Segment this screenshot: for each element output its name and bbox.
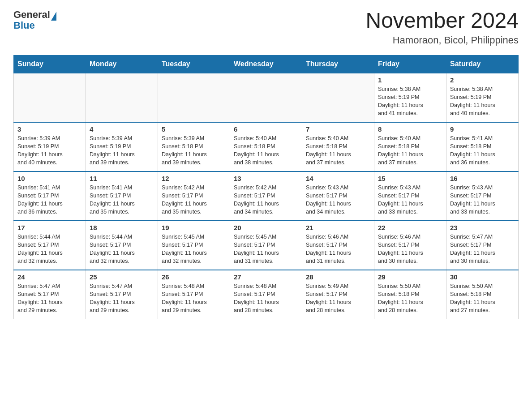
day-number: 16 bbox=[450, 175, 515, 182]
header-day-monday: Monday bbox=[86, 55, 158, 73]
day-number: 28 bbox=[306, 273, 370, 281]
day-number: 8 bbox=[378, 125, 442, 133]
day-number: 7 bbox=[306, 125, 370, 133]
day-number: 11 bbox=[90, 175, 154, 182]
week-row-5: 24Sunrise: 5:47 AM Sunset: 5:17 PM Dayli… bbox=[14, 270, 519, 319]
day-number: 3 bbox=[17, 125, 82, 133]
day-number: 27 bbox=[234, 273, 298, 281]
calendar-cell: 29Sunrise: 5:50 AM Sunset: 5:18 PM Dayli… bbox=[374, 270, 446, 319]
header-day-thursday: Thursday bbox=[302, 55, 374, 73]
calendar-cell: 2Sunrise: 5:38 AM Sunset: 5:19 PM Daylig… bbox=[446, 73, 519, 122]
calendar-cell: 27Sunrise: 5:48 AM Sunset: 5:17 PM Dayli… bbox=[230, 270, 302, 319]
day-info: Sunrise: 5:43 AM Sunset: 5:17 PM Dayligh… bbox=[450, 184, 515, 216]
logo-blue-text: Blue bbox=[13, 20, 56, 31]
day-info: Sunrise: 5:47 AM Sunset: 5:17 PM Dayligh… bbox=[90, 282, 154, 315]
day-info: Sunrise: 5:49 AM Sunset: 5:17 PM Dayligh… bbox=[306, 282, 370, 315]
calendar-cell: 18Sunrise: 5:44 AM Sunset: 5:17 PM Dayli… bbox=[86, 221, 158, 270]
day-info: Sunrise: 5:50 AM Sunset: 5:18 PM Dayligh… bbox=[450, 282, 515, 315]
day-number: 4 bbox=[90, 125, 154, 133]
calendar-cell: 1Sunrise: 5:38 AM Sunset: 5:19 PM Daylig… bbox=[374, 73, 446, 122]
calendar-cell: 4Sunrise: 5:39 AM Sunset: 5:19 PM Daylig… bbox=[86, 122, 158, 171]
logo-general-text: General bbox=[13, 9, 50, 20]
day-info: Sunrise: 5:43 AM Sunset: 5:17 PM Dayligh… bbox=[306, 184, 370, 216]
day-number: 23 bbox=[450, 224, 515, 231]
week-row-4: 17Sunrise: 5:44 AM Sunset: 5:17 PM Dayli… bbox=[14, 221, 519, 270]
calendar-cell: 19Sunrise: 5:45 AM Sunset: 5:17 PM Dayli… bbox=[158, 221, 230, 270]
header-day-tuesday: Tuesday bbox=[158, 55, 230, 73]
calendar-cell: 23Sunrise: 5:47 AM Sunset: 5:17 PM Dayli… bbox=[446, 221, 519, 270]
calendar-cell: 13Sunrise: 5:42 AM Sunset: 5:17 PM Dayli… bbox=[230, 171, 302, 221]
day-info: Sunrise: 5:45 AM Sunset: 5:17 PM Dayligh… bbox=[162, 233, 226, 265]
day-number: 14 bbox=[306, 175, 370, 182]
calendar-table: SundayMondayTuesdayWednesdayThursdayFrid… bbox=[13, 55, 519, 320]
day-number: 26 bbox=[162, 273, 226, 281]
calendar-cell: 5Sunrise: 5:39 AM Sunset: 5:18 PM Daylig… bbox=[158, 122, 230, 171]
day-info: Sunrise: 5:44 AM Sunset: 5:17 PM Dayligh… bbox=[17, 233, 82, 265]
calendar-cell: 12Sunrise: 5:42 AM Sunset: 5:17 PM Dayli… bbox=[158, 171, 230, 221]
day-number: 12 bbox=[162, 175, 226, 182]
day-info: Sunrise: 5:40 AM Sunset: 5:18 PM Dayligh… bbox=[378, 134, 442, 167]
day-number: 6 bbox=[234, 125, 298, 133]
day-info: Sunrise: 5:41 AM Sunset: 5:18 PM Dayligh… bbox=[450, 134, 515, 167]
calendar-cell: 28Sunrise: 5:49 AM Sunset: 5:17 PM Dayli… bbox=[302, 270, 374, 319]
calendar-cell bbox=[230, 73, 302, 122]
day-info: Sunrise: 5:47 AM Sunset: 5:17 PM Dayligh… bbox=[450, 233, 515, 265]
day-info: Sunrise: 5:42 AM Sunset: 5:17 PM Dayligh… bbox=[162, 184, 226, 216]
day-info: Sunrise: 5:40 AM Sunset: 5:18 PM Dayligh… bbox=[306, 134, 370, 167]
calendar-cell: 22Sunrise: 5:46 AM Sunset: 5:17 PM Dayli… bbox=[374, 221, 446, 270]
day-number: 13 bbox=[234, 175, 298, 182]
day-info: Sunrise: 5:38 AM Sunset: 5:19 PM Dayligh… bbox=[378, 85, 442, 118]
calendar-cell bbox=[158, 73, 230, 122]
calendar-header: SundayMondayTuesdayWednesdayThursdayFrid… bbox=[14, 55, 519, 73]
day-number: 1 bbox=[378, 76, 442, 84]
day-info: Sunrise: 5:48 AM Sunset: 5:17 PM Dayligh… bbox=[162, 282, 226, 315]
calendar-cell: 24Sunrise: 5:47 AM Sunset: 5:17 PM Dayli… bbox=[14, 270, 86, 319]
header-day-friday: Friday bbox=[374, 55, 446, 73]
logo: General Blue bbox=[13, 9, 56, 31]
day-info: Sunrise: 5:46 AM Sunset: 5:17 PM Dayligh… bbox=[306, 233, 370, 265]
day-number: 5 bbox=[162, 125, 226, 133]
day-number: 25 bbox=[90, 273, 154, 281]
logo-triangle-icon bbox=[51, 12, 56, 21]
calendar-cell bbox=[86, 73, 158, 122]
calendar-cell: 11Sunrise: 5:41 AM Sunset: 5:17 PM Dayli… bbox=[86, 171, 158, 221]
calendar-cell bbox=[14, 73, 86, 122]
title-area: November 2024 Hamoraon, Bicol, Philippin… bbox=[365, 9, 519, 46]
calendar-cell: 14Sunrise: 5:43 AM Sunset: 5:17 PM Dayli… bbox=[302, 171, 374, 221]
calendar-cell: 10Sunrise: 5:41 AM Sunset: 5:17 PM Dayli… bbox=[14, 171, 86, 221]
day-number: 22 bbox=[378, 224, 442, 231]
day-info: Sunrise: 5:47 AM Sunset: 5:17 PM Dayligh… bbox=[17, 282, 82, 315]
calendar-cell: 21Sunrise: 5:46 AM Sunset: 5:17 PM Dayli… bbox=[302, 221, 374, 270]
day-number: 18 bbox=[90, 224, 154, 231]
day-info: Sunrise: 5:45 AM Sunset: 5:17 PM Dayligh… bbox=[234, 233, 298, 265]
day-info: Sunrise: 5:39 AM Sunset: 5:19 PM Dayligh… bbox=[17, 134, 82, 167]
week-row-3: 10Sunrise: 5:41 AM Sunset: 5:17 PM Dayli… bbox=[14, 171, 519, 221]
day-info: Sunrise: 5:42 AM Sunset: 5:17 PM Dayligh… bbox=[234, 184, 298, 216]
calendar-cell: 8Sunrise: 5:40 AM Sunset: 5:18 PM Daylig… bbox=[374, 122, 446, 171]
calendar-cell: 15Sunrise: 5:43 AM Sunset: 5:17 PM Dayli… bbox=[374, 171, 446, 221]
calendar-cell: 20Sunrise: 5:45 AM Sunset: 5:17 PM Dayli… bbox=[230, 221, 302, 270]
day-info: Sunrise: 5:41 AM Sunset: 5:17 PM Dayligh… bbox=[90, 184, 154, 216]
day-info: Sunrise: 5:48 AM Sunset: 5:17 PM Dayligh… bbox=[234, 282, 298, 315]
calendar-cell: 25Sunrise: 5:47 AM Sunset: 5:17 PM Dayli… bbox=[86, 270, 158, 319]
day-info: Sunrise: 5:50 AM Sunset: 5:18 PM Dayligh… bbox=[378, 282, 442, 315]
day-info: Sunrise: 5:39 AM Sunset: 5:19 PM Dayligh… bbox=[90, 134, 154, 167]
day-info: Sunrise: 5:46 AM Sunset: 5:17 PM Dayligh… bbox=[378, 233, 442, 265]
calendar-cell: 16Sunrise: 5:43 AM Sunset: 5:17 PM Dayli… bbox=[446, 171, 519, 221]
day-info: Sunrise: 5:39 AM Sunset: 5:18 PM Dayligh… bbox=[162, 134, 226, 167]
day-number: 17 bbox=[17, 224, 82, 231]
day-number: 24 bbox=[17, 273, 82, 281]
calendar-cell: 17Sunrise: 5:44 AM Sunset: 5:17 PM Dayli… bbox=[14, 221, 86, 270]
day-number: 10 bbox=[17, 175, 82, 182]
calendar-cell: 6Sunrise: 5:40 AM Sunset: 5:18 PM Daylig… bbox=[230, 122, 302, 171]
day-number: 15 bbox=[378, 175, 442, 182]
day-number: 30 bbox=[450, 273, 515, 281]
week-row-1: 1Sunrise: 5:38 AM Sunset: 5:19 PM Daylig… bbox=[14, 73, 519, 122]
calendar-cell: 9Sunrise: 5:41 AM Sunset: 5:18 PM Daylig… bbox=[446, 122, 519, 171]
day-info: Sunrise: 5:38 AM Sunset: 5:19 PM Dayligh… bbox=[450, 85, 515, 118]
day-info: Sunrise: 5:44 AM Sunset: 5:17 PM Dayligh… bbox=[90, 233, 154, 265]
day-info: Sunrise: 5:41 AM Sunset: 5:17 PM Dayligh… bbox=[17, 184, 82, 216]
day-number: 29 bbox=[378, 273, 442, 281]
header-day-wednesday: Wednesday bbox=[230, 55, 302, 73]
calendar-cell: 26Sunrise: 5:48 AM Sunset: 5:17 PM Dayli… bbox=[158, 270, 230, 319]
